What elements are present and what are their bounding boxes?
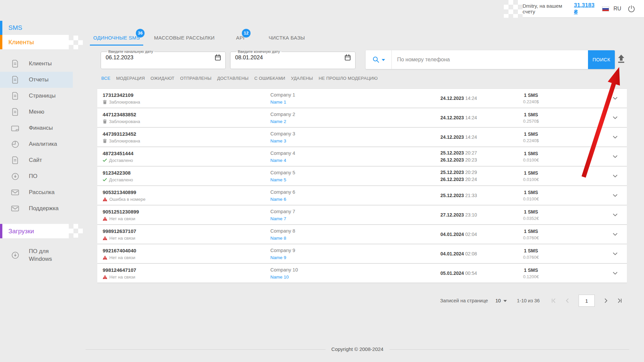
current-page-input[interactable]: 1: [579, 295, 595, 307]
warning-icon: [103, 255, 107, 259]
pixel-decoration: [504, 0, 523, 18]
company-label: Company 5: [270, 170, 295, 175]
start-date-value[interactable]: 06.12.2023: [106, 54, 133, 61]
sidebar-item-clients[interactable]: Клиенты: [0, 56, 73, 72]
expand-chevron-icon[interactable]: [611, 153, 620, 160]
filter-failed-moderation[interactable]: НЕ ПРОШЛО МОДЕРАЦИЮ: [319, 76, 378, 81]
tab-api[interactable]: API 12: [233, 29, 248, 46]
trash-icon: [103, 138, 107, 143]
envelope-icon: [11, 205, 19, 212]
sender-name-link[interactable]: Name 5: [270, 177, 295, 182]
end-date-label: Введите конечную дату: [236, 50, 281, 54]
filter-delivered[interactable]: ДОСТАВЛЕНЫ: [217, 76, 249, 81]
filter-errors[interactable]: С ОШИБКАМИ: [254, 76, 285, 81]
upload-icon[interactable]: [617, 54, 625, 65]
table-row[interactable]: 447123483852 Заблокирована Company 2 Nam…: [97, 108, 627, 128]
table-row[interactable]: 992167404040 Нет на связи Company 9 Name…: [97, 244, 627, 264]
expand-chevron-icon[interactable]: [611, 250, 620, 257]
start-date-field[interactable]: Введите начальную дату 06.12.2023: [101, 50, 226, 69]
date-cell: 05.01.2024 00:54: [416, 270, 477, 277]
russian-flag-icon[interactable]: [602, 6, 609, 11]
tab-single-sms[interactable]: ОДИНОЧНЫЕ SMS 36: [90, 29, 143, 46]
expand-chevron-icon[interactable]: [611, 173, 620, 179]
top-bar: Dmitry, на вашем счету 31,3183 ₴ RU: [523, 0, 644, 18]
per-page-select[interactable]: 10: [495, 298, 507, 304]
phone-number: 905321340899: [103, 189, 146, 195]
pagination-bar: Записей на странице 10 1-10 из 36 1: [97, 294, 627, 308]
filter-deleted[interactable]: УДАЛЕНЫ: [291, 76, 313, 81]
per-page-label: Записей на странице: [440, 298, 488, 303]
first-page-icon[interactable]: [550, 298, 556, 304]
next-page-icon[interactable]: [603, 298, 609, 304]
user-greeting: Dmitry, на вашем счету: [523, 3, 572, 14]
expand-chevron-icon[interactable]: [611, 212, 620, 218]
company-label: Company 7: [270, 209, 295, 214]
table-row[interactable]: 905321340899 Ошибка в номере Company 6 N…: [97, 186, 627, 205]
sidebar-item-menu[interactable]: Меню: [0, 104, 73, 120]
sidebar-item-label: ПО для Windows: [29, 247, 61, 263]
filter-pending[interactable]: ОЖИДАЮТ: [151, 76, 174, 81]
table-row[interactable]: 48723451444 Доставлено Company 4 Name 4 …: [97, 147, 627, 167]
last-page-icon[interactable]: [617, 298, 623, 304]
sender-name-link[interactable]: Name 4: [270, 158, 295, 163]
sidebar-item-software[interactable]: ПО: [0, 168, 73, 184]
calendar-icon[interactable]: [215, 54, 221, 61]
status-text: Заблокирована: [109, 119, 140, 124]
filter-sent[interactable]: ОТПРАВЛЕНЫ: [180, 76, 212, 81]
table-row[interactable]: 447393123452 Заблокирована Company 3 Nam…: [97, 128, 627, 147]
sender-name-link[interactable]: Name 2: [270, 119, 295, 124]
sidebar-item-mailing[interactable]: Рассылка: [0, 184, 73, 200]
end-date-field[interactable]: Введите конечную дату 08.01.2024: [230, 50, 356, 69]
sms-count-cell: 1 SMS 0.0100€: [516, 190, 546, 201]
section-label: SMS: [8, 24, 22, 32]
expand-chevron-icon[interactable]: [611, 192, 620, 199]
sender-name-link[interactable]: Name 10: [270, 275, 298, 280]
date-cell: 24.12.2023 14:24: [416, 114, 477, 121]
sidebar-item-analytics[interactable]: Аналитика: [0, 136, 73, 152]
sidebar-item-windows-software[interactable]: ПО для Windows: [0, 244, 73, 266]
expand-chevron-icon[interactable]: [611, 95, 620, 102]
calendar-icon[interactable]: [345, 54, 351, 61]
sidebar-item-pages[interactable]: Страницы: [0, 88, 73, 104]
status-text: Нет на связи: [109, 236, 135, 241]
tab-count-badge: 12: [242, 29, 251, 38]
table-row[interactable]: 998912637107 Нет на связи Company 8 Name…: [97, 225, 627, 244]
tab-base-cleaning[interactable]: ЧИСТКА БАЗЫ: [265, 29, 308, 46]
sidebar-section-clients[interactable]: Клиенты: [0, 35, 69, 49]
sidebar-section-downloads[interactable]: Загрузки: [0, 224, 69, 238]
end-date-value[interactable]: 08.01.2024: [235, 54, 263, 61]
table-row[interactable]: 9051251230899 Нет на связи Company 7 Nam…: [97, 205, 627, 225]
tab-mass-mailing[interactable]: МАССОВЫЕ РАССЫЛКИ: [151, 29, 218, 46]
sender-name-link[interactable]: Name 6: [270, 197, 295, 202]
search-input[interactable]: [392, 50, 588, 69]
sender-name-link[interactable]: Name 7: [270, 216, 295, 221]
filter-all[interactable]: ВСЕ: [101, 76, 110, 81]
sender-name-link[interactable]: Name 1: [270, 100, 295, 105]
expand-chevron-icon[interactable]: [611, 270, 620, 277]
section-accent-bar: [0, 224, 2, 238]
sender-name-link[interactable]: Name 8: [270, 236, 295, 241]
sidebar-item-reports[interactable]: Отчеты: [0, 72, 73, 88]
filter-moderation[interactable]: МОДЕРАЦИЯ: [116, 76, 145, 81]
sidebar-item-site[interactable]: Сайт: [0, 152, 73, 168]
chevron-down-icon: [503, 300, 507, 304]
expand-chevron-icon[interactable]: [611, 134, 620, 140]
sidebar-item-support[interactable]: Поддержка: [0, 200, 73, 217]
sidebar-item-finance[interactable]: Финансы: [0, 120, 73, 136]
language-label[interactable]: RU: [613, 6, 621, 12]
expand-chevron-icon[interactable]: [611, 231, 620, 238]
logout-button[interactable]: [628, 5, 635, 13]
balance-link[interactable]: 31,3183 ₴: [574, 2, 598, 15]
sender-name-link[interactable]: Name 9: [270, 255, 295, 260]
tab-label: ОДИНОЧНЫЕ SMS: [93, 35, 140, 41]
table-row[interactable]: 998124647107 Нет на связи Company 10 Nam…: [97, 264, 627, 283]
search-type-selector[interactable]: [366, 50, 392, 69]
phone-number: 998912637107: [103, 228, 136, 234]
expand-chevron-icon[interactable]: [611, 114, 620, 121]
previous-page-icon[interactable]: [565, 298, 571, 304]
table-row[interactable]: 17312342109 Заблокирована Company 1 Name…: [97, 89, 627, 108]
sender-name-link[interactable]: Name 3: [270, 138, 295, 143]
search-button[interactable]: ПОИСК: [588, 50, 615, 69]
sidebar-section-sms[interactable]: SMS: [0, 21, 69, 35]
table-row[interactable]: 9123422308 Доставлено Company 5 Name 5 2…: [97, 167, 627, 186]
